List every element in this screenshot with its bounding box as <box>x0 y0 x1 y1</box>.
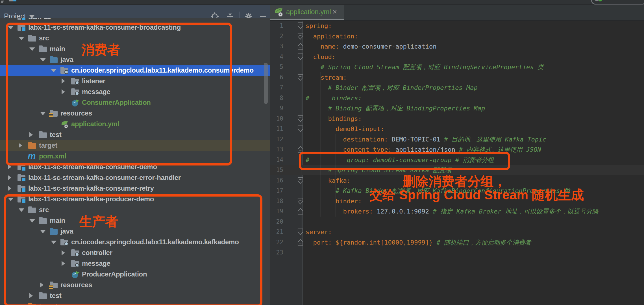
code-line-9: 9 # Binding 配置项，对应 BindingProperties Map <box>270 103 644 114</box>
code-line-22: 22 port: ${random.int[10000,19999]} # 随机… <box>270 237 644 248</box>
tree-item-label: labx-11 <box>28 18 51 22</box>
project-toolwindow-header: Project <box>0 5 270 18</box>
line-number: 19 <box>270 206 283 217</box>
top-strip <box>0 0 644 4</box>
producer-label: 生产者 <box>79 213 118 230</box>
line-number: 1 <box>270 21 283 31</box>
code-line-5: 5 # Spring Cloud Stream 配置项，对应 BindingSe… <box>270 62 644 72</box>
code-line-10: 10 bindings: <box>270 114 644 124</box>
code-line-21: 21server: <box>270 227 644 237</box>
tree-item-labx-11[interactable]: labx-11 <box>0 18 270 22</box>
tree-item-labx-11-sc-stream-kafka-consumer-retry[interactable]: labx-11-sc-stream-kafka-consumer-retry <box>0 183 270 194</box>
code-line-11: 11 demo01-input: <box>270 124 644 134</box>
ide-window: Project labx-11labx-11-sc-stream-kafka <box>0 0 644 305</box>
note-line-2: 交给 Spring Cloud Stream 随机生成 <box>369 186 584 204</box>
tab-application-yml[interactable]: application.yml × <box>270 5 344 20</box>
tree-item-labx-11-sc-stream-kafka-consumer-error-handler[interactable]: labx-11-sc-stream-kafka-consumer-error-h… <box>0 172 270 183</box>
code-line-3: 3 name: demo-consumer-application <box>270 41 644 52</box>
code-text: # Spring Cloud Stream 配置项，对应 BindingServ… <box>306 62 544 72</box>
tree-item-label: labx-11-sc-stream-kafka-consumer-error-h… <box>28 172 181 183</box>
navbar-item-fragment <box>9 0 13 1</box>
code-text: brokers: 127.0.0.1:9092 # 指定 Kafka Broke… <box>306 206 598 217</box>
line-number: 10 <box>270 114 283 124</box>
code-line-4: 4 cloud: <box>270 52 644 62</box>
code-text: # binders: <box>306 93 362 103</box>
code-text: demo01-input: <box>306 124 384 134</box>
close-icon[interactable]: × <box>332 5 337 19</box>
navbar-item-fragment <box>595 0 599 1</box>
tab-title[interactable]: application.yml <box>286 5 331 19</box>
code-text: cloud: <box>306 52 336 62</box>
line-number: 13 <box>270 144 283 155</box>
line-number: 21 <box>270 227 283 237</box>
module-icon <box>18 185 26 192</box>
module-icon <box>18 18 26 21</box>
code-line-8: 8# binders: <box>270 93 644 103</box>
code-line-7: 7 # Binder 配置项，对应 BinderProperties Map <box>270 82 644 93</box>
code-line-6: 6 stream: <box>270 72 644 83</box>
producer-module-box <box>4 194 262 305</box>
line-number: 18 <box>270 196 283 206</box>
code-line-1: 1spring: <box>270 21 644 31</box>
navbar-item-fragment <box>13 0 16 1</box>
code-text: kafka: <box>306 175 351 186</box>
code-text: application: <box>306 31 358 42</box>
tree-expand-arrow-right[interactable] <box>8 186 11 191</box>
code-line-12: 12 destination: DEMO-TOPIC-01 # 目的地。这里使用… <box>270 134 644 145</box>
code-text: port: ${random.int[10000,19999]} # 随机端口，… <box>306 237 531 248</box>
line-number: 2 <box>270 31 283 42</box>
line-number: 11 <box>270 124 283 134</box>
group-line-box <box>299 152 510 170</box>
line-number: 5 <box>270 62 283 72</box>
code-line-2: 2 application: <box>270 31 644 42</box>
code-text: binder: <box>306 196 362 206</box>
tree-scrollbar-thumb[interactable] <box>264 63 268 104</box>
consumer-label: 消费者 <box>81 41 120 59</box>
spring-boot-icon <box>274 7 284 18</box>
module-icon <box>18 174 26 182</box>
line-number: 3 <box>270 41 283 52</box>
line-number: 6 <box>270 72 283 83</box>
code-text: name: demo-consumer-application <box>306 41 437 52</box>
code-text: bindings: <box>306 114 362 124</box>
line-number: 7 <box>270 82 283 93</box>
tree-expand-arrow-right[interactable] <box>8 175 11 180</box>
line-number: 8 <box>270 93 283 103</box>
tree-item-label: labx-11-sc-stream-kafka-consumer-retry <box>28 183 154 194</box>
line-number: 14 <box>270 155 283 165</box>
code-text: # Binding 配置项，对应 BindingProperties Map <box>306 103 485 114</box>
line-number: 17 <box>270 186 283 196</box>
line-number: 23 <box>270 247 283 258</box>
code-line-19: 19 brokers: 127.0.0.1:9092 # 指定 Kafka Br… <box>270 206 644 217</box>
line-number: 20 <box>270 217 283 227</box>
line-number: 12 <box>270 134 283 145</box>
line-number: 16 <box>270 175 283 186</box>
code-line-20: 20 <box>270 217 644 227</box>
code-text: stream: <box>306 72 347 83</box>
code-text: server: <box>306 227 332 237</box>
line-number: 4 <box>270 52 283 62</box>
code-text: # Binder 配置项，对应 BinderProperties Map <box>306 82 478 93</box>
line-number: 9 <box>270 103 283 114</box>
code-line-23: 23 <box>270 247 644 258</box>
line-number: 22 <box>270 237 283 248</box>
code-text: destination: DEMO-TOPIC-01 # 目的地。这里使用 Ka… <box>306 134 546 145</box>
code-text: spring: <box>306 21 332 31</box>
line-number: 15 <box>270 165 283 175</box>
